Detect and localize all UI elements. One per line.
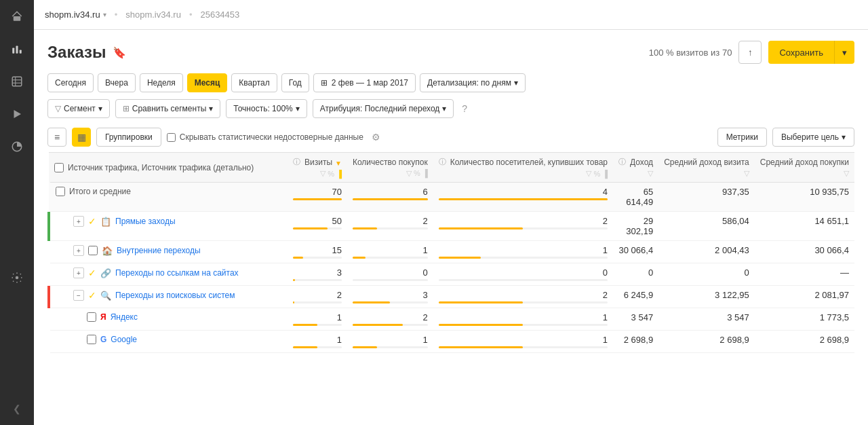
filter-icon-buyers[interactable]: ▽ bbox=[586, 169, 591, 178]
table-header-row: Источник трафика, Источник трафика (дета… bbox=[49, 153, 854, 183]
svg-marker-8 bbox=[14, 110, 22, 118]
source-name-google[interactable]: Google bbox=[111, 335, 137, 344]
today-filter[interactable]: Сегодня bbox=[47, 73, 94, 92]
month-filter[interactable]: Месяц bbox=[187, 73, 228, 92]
filter-icon-revenue[interactable]: ▽ bbox=[648, 169, 653, 178]
home-icon[interactable] bbox=[7, 7, 26, 26]
source-name-links[interactable]: Переходы по ссылкам на сайтах bbox=[115, 268, 239, 278]
segment-filter[interactable]: ▽ Сегмент ▾ bbox=[47, 99, 110, 118]
detail-filter[interactable]: Детализация: по дням ▾ bbox=[420, 73, 526, 92]
svg-rect-0 bbox=[14, 16, 21, 21]
bar-visits-direct bbox=[293, 227, 342, 229]
bar-visits-links bbox=[293, 279, 342, 281]
date-range-picker[interactable]: ⊞ 2 фев — 1 мар 2017 bbox=[313, 73, 416, 92]
visits-google: 1 bbox=[288, 331, 347, 353]
attribution-filter[interactable]: Атрибуция: Последний переход ▾ bbox=[313, 99, 454, 118]
bar-icon-visits[interactable]: ▐ bbox=[336, 170, 342, 178]
table-row: +✓📋Прямые заходы 50 2 2 29 302,19586,041… bbox=[49, 212, 854, 241]
percent-icon-purchases[interactable]: % bbox=[414, 169, 420, 177]
revenue-search: 6 245,9 bbox=[613, 286, 658, 308]
compare-segments-filter[interactable]: ⊞ Сравнить сегменты ▾ bbox=[115, 99, 221, 118]
settings-gear-icon[interactable] bbox=[7, 268, 26, 287]
info-icon-buyers[interactable]: ⓘ bbox=[439, 157, 446, 167]
collapse-sidebar-icon[interactable]: ❮ bbox=[7, 399, 26, 418]
topbar: shopm.iv34.ru ▾ • shopm.iv34.ru • 256344… bbox=[34, 0, 868, 30]
bar-buyers-direct bbox=[439, 227, 608, 229]
quarter-filter[interactable]: Квартал bbox=[231, 73, 277, 92]
accuracy-filter[interactable]: Точность: 100% ▾ bbox=[226, 99, 307, 118]
hide-unreliable-input[interactable] bbox=[167, 133, 176, 142]
avg-rev-purchase-total: 10 935,75 bbox=[755, 183, 854, 212]
row-checkbox-internal[interactable] bbox=[88, 246, 98, 255]
list-view-button[interactable]: ≡ bbox=[47, 128, 66, 147]
goal-selector[interactable]: Выберите цель ▾ bbox=[772, 128, 854, 147]
site-selector[interactable]: shopm.iv34.ru ▾ bbox=[45, 10, 106, 20]
source-name-direct[interactable]: Прямые заходы bbox=[115, 217, 176, 226]
expand-btn-links[interactable]: + bbox=[73, 267, 84, 278]
hide-unreliable-checkbox[interactable]: Скрывать статистически недостоверные дан… bbox=[167, 132, 363, 142]
metrics-button[interactable]: Метрики bbox=[717, 128, 767, 147]
avg-rev-visit-yandex: 3 547 bbox=[658, 308, 755, 331]
col-avg-rev-visit-label: Средний доход визита bbox=[664, 158, 749, 167]
filter-icon-avg-rev-purchase[interactable]: ▽ bbox=[844, 169, 849, 178]
svg-rect-3 bbox=[20, 50, 22, 54]
bar-purchases-search bbox=[353, 301, 428, 303]
site-chevron: ▾ bbox=[103, 11, 106, 18]
source-name-search[interactable]: Переходы из поисковых систем bbox=[115, 291, 235, 300]
expand-btn-direct[interactable]: + bbox=[73, 216, 84, 227]
table-settings-icon[interactable]: ⚙ bbox=[372, 132, 380, 143]
chart-icon[interactable] bbox=[7, 39, 26, 58]
bookmark-icon[interactable]: 🔖 bbox=[113, 46, 126, 59]
save-button[interactable]: Сохранить bbox=[768, 41, 834, 64]
circle-chart-icon[interactable] bbox=[7, 137, 26, 156]
svg-rect-4 bbox=[12, 77, 22, 86]
revenue-google: 2 698,9 bbox=[613, 331, 658, 353]
yandex-icon: Я bbox=[100, 312, 106, 322]
select-all-checkbox[interactable] bbox=[54, 163, 64, 172]
info-icon-visits[interactable]: ⓘ bbox=[293, 157, 300, 167]
revenue-internal: 30 066,4 bbox=[613, 241, 658, 263]
col-visits-label: Визиты bbox=[304, 158, 332, 167]
row-checkbox-yandex[interactable] bbox=[87, 312, 96, 322]
avg-rev-visit-direct: 586,04 bbox=[658, 212, 755, 241]
source-cell-total: Итого и средние bbox=[49, 183, 288, 212]
filter-icon-avg-rev-visit[interactable]: ▽ bbox=[744, 169, 749, 178]
site-name: shopm.iv34.ru bbox=[45, 10, 100, 20]
filter-icon-visits[interactable]: ▽ bbox=[320, 169, 326, 178]
percent-icon-visits[interactable]: % bbox=[328, 170, 334, 178]
avg-rev-purchase-direct: 14 651,1 bbox=[755, 212, 854, 241]
percent-icon-buyers[interactable]: % bbox=[593, 170, 600, 178]
visits-yandex: 1 bbox=[288, 308, 347, 331]
grouping-button[interactable]: Группировки bbox=[96, 128, 161, 147]
internal-icon: 🏠 bbox=[102, 246, 113, 256]
sort-icon-visits[interactable]: ▼ bbox=[335, 160, 342, 167]
visits-links: 3 bbox=[288, 263, 347, 286]
row-checkbox-google[interactable] bbox=[87, 335, 96, 344]
table-icon[interactable] bbox=[7, 72, 26, 91]
attribution-help-icon[interactable]: ? bbox=[462, 103, 467, 114]
purchases-internal: 1 bbox=[347, 241, 433, 263]
revenue-direct: 29 302,19 bbox=[613, 212, 658, 241]
expand-btn-search[interactable]: − bbox=[73, 290, 84, 301]
info-icon-revenue[interactable]: ⓘ bbox=[618, 157, 626, 167]
content-area: Заказы 🔖 100 % визитов из 70 ↑ Сохранить… bbox=[34, 30, 868, 425]
source-cell-internal: +🏠Внутренние переходы bbox=[49, 241, 288, 263]
bar-icon-purchases[interactable]: ▐ bbox=[422, 169, 428, 177]
detail-label: Детализация: по дням bbox=[427, 78, 511, 88]
buyers-search: 2 bbox=[433, 286, 613, 308]
yesterday-filter[interactable]: Вчера bbox=[98, 73, 136, 92]
source-name-internal[interactable]: Внутренние переходы bbox=[117, 246, 201, 255]
row-checkbox-total[interactable] bbox=[56, 187, 65, 196]
grid-view-button[interactable]: ▦ bbox=[72, 128, 91, 147]
source-name-yandex[interactable]: Яндекс bbox=[111, 312, 138, 322]
year-filter[interactable]: Год bbox=[281, 73, 309, 92]
expand-btn-internal[interactable]: + bbox=[73, 245, 84, 256]
col-header-avg-rev-purchase: Средний доход покупки ▽ bbox=[755, 153, 854, 183]
topbar-url: shopm.iv34.ru bbox=[125, 10, 181, 20]
export-button[interactable]: ↑ bbox=[738, 41, 762, 64]
week-filter[interactable]: Неделя bbox=[140, 73, 183, 92]
save-dropdown-button[interactable]: ▾ bbox=[834, 41, 854, 64]
bar-icon-buyers[interactable]: ▐ bbox=[602, 170, 608, 178]
filter-icon-purchases[interactable]: ▽ bbox=[406, 169, 412, 178]
play-icon[interactable] bbox=[7, 105, 26, 124]
